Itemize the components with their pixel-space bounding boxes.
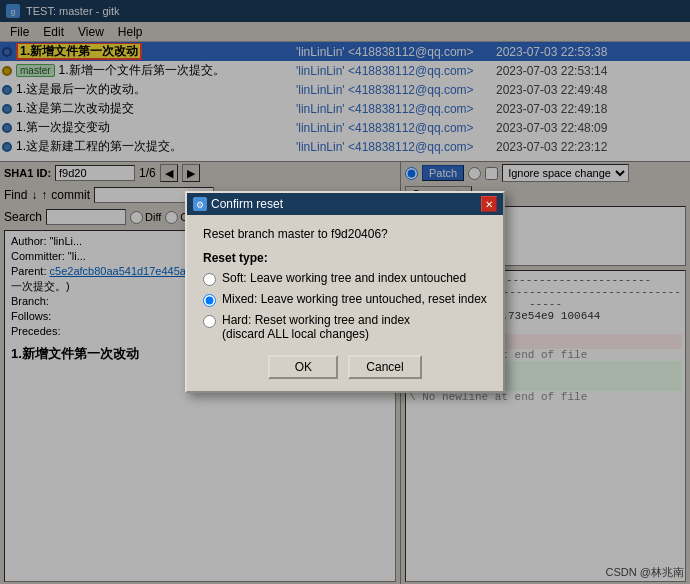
svg-text:⚙: ⚙ xyxy=(196,200,204,210)
modal-title-icon: ⚙ Confirm reset xyxy=(193,197,283,211)
reset-type-label: Reset type: xyxy=(203,251,487,265)
modal-close-button[interactable]: ✕ xyxy=(481,196,497,212)
modal-question: Reset branch master to f9d20406? xyxy=(203,227,487,241)
ok-button[interactable]: OK xyxy=(268,355,338,379)
hard-option: Hard: Reset working tree and index(disca… xyxy=(203,313,487,341)
soft-option: Soft: Leave working tree and index untou… xyxy=(203,271,487,286)
modal-overlay: ⚙ Confirm reset ✕ Reset branch master to… xyxy=(0,0,690,584)
dialog-icon: ⚙ xyxy=(193,197,207,211)
mixed-option: Mixed: Leave working tree untouched, res… xyxy=(203,292,487,307)
mixed-label: Mixed: Leave working tree untouched, res… xyxy=(222,292,487,306)
modal-title: Confirm reset xyxy=(211,197,283,211)
cancel-button[interactable]: Cancel xyxy=(348,355,421,379)
hard-label: Hard: Reset working tree and index(disca… xyxy=(222,313,410,341)
soft-radio[interactable] xyxy=(203,273,216,286)
mixed-radio[interactable] xyxy=(203,294,216,307)
modal-buttons: OK Cancel xyxy=(203,355,487,379)
hard-radio[interactable] xyxy=(203,315,216,328)
confirm-reset-dialog: ⚙ Confirm reset ✕ Reset branch master to… xyxy=(185,191,505,393)
modal-body: Reset branch master to f9d20406? Reset t… xyxy=(187,215,503,391)
modal-title-bar: ⚙ Confirm reset ✕ xyxy=(187,193,503,215)
soft-label: Soft: Leave working tree and index untou… xyxy=(222,271,466,285)
